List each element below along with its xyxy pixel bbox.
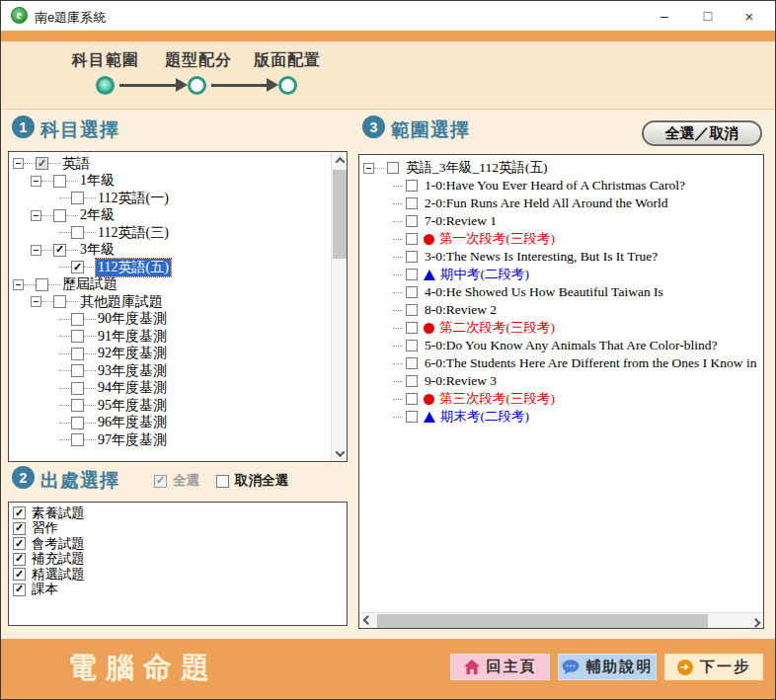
tree-node-label[interactable]: 93年度基測 [96, 362, 169, 380]
scroll-up-icon[interactable] [332, 152, 348, 168]
tree-node-label[interactable]: 1-0:Have You Ever Heard of A Christmas C… [423, 178, 687, 194]
tree-node-label[interactable]: 第三次段考(三段考) [437, 390, 557, 408]
tree-node-label[interactable]: 7-0:Review 1 [423, 213, 499, 229]
scroll-left-icon[interactable] [359, 613, 375, 629]
range-tree-node[interactable]: 第三次段考(三段考) [359, 390, 763, 408]
subject-tree-node[interactable]: 英語 [9, 155, 347, 173]
subject-tree-node[interactable]: 3年級 [9, 242, 347, 260]
subject-tree-node[interactable]: 112英語(五) [9, 259, 347, 276]
select-all-checkbox-group[interactable]: 全選 [154, 472, 199, 490]
scrollbar-thumb[interactable] [333, 170, 347, 259]
tree-node-label[interactable]: 94年度基測 [96, 379, 169, 397]
tree-node-label[interactable]: 5-0:Do You Know Any Animals That Are Col… [423, 338, 719, 353]
tree-checkbox[interactable] [53, 175, 66, 188]
next-step-button[interactable]: ➜ 下一步 [664, 654, 763, 680]
range-tree-node[interactable]: 5-0:Do You Know Any Animals That Are Col… [359, 337, 763, 354]
close-button[interactable]: × [730, 1, 769, 31]
tree-checkbox[interactable] [36, 157, 48, 170]
source-item[interactable]: 素養試題 [13, 506, 347, 521]
help-button[interactable]: 輔助說明 [558, 654, 657, 680]
tree-node-label[interactable]: 3年級 [78, 241, 116, 259]
tree-checkbox[interactable] [71, 313, 84, 326]
subject-tree-node[interactable]: 96年度基測 [9, 415, 347, 432]
tree-node-label[interactable]: 其他題庫試題 [78, 293, 165, 311]
range-tree-node[interactable]: 英語_3年級_112英語(五) [359, 159, 763, 177]
tree-checkbox[interactable] [406, 322, 418, 334]
tree-checkbox[interactable] [406, 357, 418, 369]
tree-node-label[interactable]: 英語 [60, 155, 92, 173]
source-checkbox[interactable] [13, 506, 26, 519]
source-checkbox[interactable] [13, 553, 26, 566]
tree-checkbox[interactable] [406, 269, 418, 280]
source-checkbox[interactable] [13, 583, 26, 596]
source-item[interactable]: 會考試題 [13, 536, 347, 552]
tree-checkbox[interactable] [71, 417, 84, 429]
source-item[interactable]: 補充試題 [13, 552, 347, 568]
tree-node-label[interactable]: 第一次段考(三段考) [437, 230, 557, 248]
tree-expander-minus-icon[interactable] [13, 158, 24, 169]
select-all-checkbox[interactable] [154, 475, 167, 488]
deselect-all-checkbox-group[interactable]: 取消全選 [216, 472, 288, 490]
tree-checkbox[interactable] [406, 251, 418, 263]
tree-checkbox[interactable] [406, 197, 418, 209]
minimize-button[interactable]: – [645, 1, 684, 31]
tree-node-label[interactable]: 91年度基測 [96, 328, 169, 346]
tree-checkbox[interactable] [406, 304, 418, 316]
subject-tree-node[interactable]: 93年度基測 [9, 362, 347, 380]
tree-checkbox[interactable] [406, 393, 418, 405]
tree-checkbox[interactable] [71, 433, 84, 446]
tree-node-label[interactable]: 112英語(五) [96, 259, 171, 276]
vertical-scrollbar[interactable] [331, 152, 347, 461]
tree-node-label[interactable]: 6-0:The Students Here Are Different from… [423, 355, 758, 371]
tree-checkbox[interactable] [406, 411, 418, 423]
tree-node-label[interactable]: 92年度基測 [96, 345, 169, 362]
tree-checkbox[interactable] [71, 226, 84, 239]
tree-checkbox[interactable] [71, 399, 84, 412]
tree-checkbox[interactable] [36, 278, 48, 291]
scrollbar-thumb[interactable] [377, 614, 708, 628]
source-checkbox[interactable] [13, 522, 26, 535]
horizontal-scrollbar[interactable] [359, 612, 763, 628]
subject-tree-node[interactable]: 112英語(三) [9, 224, 347, 242]
tree-node-label[interactable]: 3-0:The News Is Interesting, But Is It T… [423, 249, 660, 265]
tree-checkbox[interactable] [53, 209, 66, 222]
subject-tree-node[interactable]: 歷屆試題 [9, 276, 347, 294]
range-tree-node[interactable]: 7-0:Review 1 [359, 212, 763, 230]
tree-checkbox[interactable] [406, 286, 418, 298]
range-tree-node[interactable]: 期中考(二段考) [359, 266, 763, 283]
range-tree-node[interactable]: 3-0:The News Is Interesting, But Is It T… [359, 248, 763, 266]
tree-node-label[interactable]: 96年度基測 [96, 414, 169, 431]
subject-tree-node[interactable]: 92年度基測 [9, 346, 347, 363]
subject-tree-node[interactable]: 2年級 [9, 207, 347, 225]
tree-expander-minus-icon[interactable] [31, 296, 41, 307]
source-item[interactable]: 精選試題 [13, 567, 347, 583]
range-tree-node[interactable]: 第二次段考(三段考) [359, 319, 763, 337]
tree-node-label[interactable]: 英語_3年級_112英語(五) [404, 159, 550, 177]
tree-checkbox[interactable] [406, 340, 418, 351]
tree-checkbox[interactable] [387, 162, 399, 174]
tree-checkbox[interactable] [406, 375, 418, 387]
tree-node-label[interactable]: 第二次段考(三段考) [437, 319, 557, 337]
home-button[interactable]: 回主頁 [450, 654, 550, 680]
tree-node-label[interactable]: 4-0:He Showed Us How Beautiful Taiwan Is [423, 284, 665, 300]
tree-expander-minus-icon[interactable] [363, 163, 374, 174]
range-tree-node[interactable]: 2-0:Fun Runs Are Held All Around the Wor… [359, 194, 763, 212]
tree-node-label[interactable]: 歷屆試題 [60, 275, 119, 293]
tree-checkbox[interactable] [406, 233, 418, 245]
subject-tree-node[interactable]: 97年度基測 [9, 431, 347, 449]
range-tree-node[interactable]: 8-0:Review 2 [359, 301, 763, 319]
tree-expander-minus-icon[interactable] [13, 279, 24, 290]
tree-node-label[interactable]: 95年度基測 [96, 397, 169, 415]
source-checkbox[interactable] [13, 568, 26, 581]
range-tree-node[interactable]: 9-0:Review 3 [359, 372, 763, 390]
source-item-label[interactable]: 課本 [32, 581, 58, 598]
range-tree-node[interactable]: 1-0:Have You Ever Heard of A Christmas C… [359, 177, 763, 194]
range-tree-node[interactable]: 第一次段考(三段考) [359, 230, 763, 248]
subject-tree-node[interactable]: 91年度基測 [9, 328, 347, 346]
select-all-toggle-button[interactable]: 全選／取消 [642, 120, 762, 146]
tree-node-label[interactable]: 112英語(一) [96, 190, 171, 207]
scroll-down-icon[interactable] [332, 445, 348, 461]
tree-checkbox[interactable] [71, 382, 84, 395]
tree-node-label[interactable]: 9-0:Review 3 [423, 373, 499, 389]
tree-checkbox[interactable] [71, 330, 84, 343]
